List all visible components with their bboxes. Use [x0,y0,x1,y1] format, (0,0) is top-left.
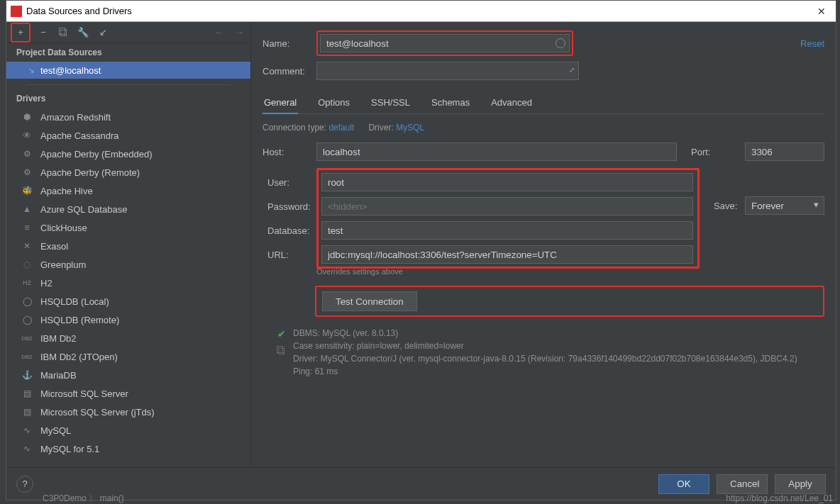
revert-button[interactable]: ↙ [96,26,110,40]
driver-item[interactable]: ▤Microsoft SQL Server (jTds) [6,403,250,421]
driver-item[interactable]: ◯HSQLDB (Remote) [6,310,250,329]
nav-back-button[interactable]: ← [212,26,226,40]
driver-item[interactable]: ⚓MariaDB [6,366,250,384]
settings-button[interactable]: 🔧 [76,26,90,40]
name-input[interactable] [320,34,570,52]
driver-item[interactable]: ◯HSQLDB (Local) [6,292,250,310]
breadcrumb: C3P0Demo 〉 main() [43,493,124,504]
driver-icon: ▲ [21,204,33,214]
sidebar-divider [26,84,231,85]
driver-icon: H2 [21,279,33,286]
close-icon[interactable]: ✕ [812,1,831,21]
test-connection-button[interactable]: Test Connection [322,291,417,311]
driver-item[interactable]: ⚙Apache Derby (Remote) [6,163,250,181]
expand-icon[interactable]: ⤢ [569,66,575,74]
clear-icon[interactable] [556,38,565,48]
port-input[interactable] [745,142,824,161]
drivers-header: Drivers [6,89,250,108]
remove-button[interactable]: − [36,26,50,40]
driver-label: Apache Derby (Remote) [40,167,140,178]
nav-forward-button[interactable]: → [232,26,246,40]
status-block: ✔ ⿻ DBMS: MySQL (ver. 8.0.13) Case sensi… [277,327,824,378]
driver-icon: ▤ [21,388,33,398]
comment-label: Comment: [262,66,316,77]
driver-item[interactable]: ∿MySQL for 5.1 [6,439,250,458]
driver-item[interactable]: 🐝Apache Hive [6,181,250,200]
driver-item[interactable]: ∿MySQL [6,421,250,439]
driver-item[interactable]: H2H2 [6,274,250,292]
driver-icon: ⬢ [21,112,33,122]
name-highlight [316,30,573,56]
conn-type-link[interactable]: default [328,123,354,133]
tab-general[interactable]: General [262,93,298,113]
window-title: Data Sources and Drivers [26,6,132,16]
driver-label: IBM Db2 (JTOpen) [40,352,118,362]
driver-item[interactable]: ≡ClickHouse [6,218,250,237]
comment-input[interactable] [316,62,579,80]
driver-label: Amazon Redshift [40,112,111,123]
conn-type-label: Connection type: [262,123,326,133]
sidebar: + − ⿻ 🔧 ↙ ← → Project Data Sources ↘ tes… [6,22,251,467]
database-input[interactable] [321,221,693,240]
datasource-label: test@localhost [40,65,101,76]
tab-sshssl[interactable]: SSH/SSL [370,93,411,113]
driver-label: HSQLDB (Remote) [40,315,119,325]
connection-type-line: Connection type: default Driver: MySQL [262,123,824,133]
user-input[interactable] [321,173,693,191]
driver-item[interactable]: ⚙Apache Derby (Embedded) [6,145,250,163]
tab-advanced[interactable]: Advanced [490,93,534,113]
driver-link[interactable]: MySQL [396,123,424,133]
overrides-hint: Overrides settings above [316,267,824,276]
tab-options[interactable]: Options [316,93,351,113]
driver-icon: DB2 [21,354,33,360]
save-select[interactable]: Forever [745,196,824,215]
driver-item[interactable]: ✕Exasol [6,237,250,255]
host-input[interactable] [316,142,677,161]
password-input[interactable] [321,197,693,215]
driver-item[interactable]: DB2IBM Db2 [6,329,250,347]
database-label: Database: [267,225,321,236]
reset-link[interactable]: Reset [800,38,824,49]
driver-label: Apache Cassandra [40,130,119,141]
dialog: Data Sources and Drivers ✕ + − ⿻ 🔧 ↙ ← →… [6,0,836,500]
password-label: Password: [267,201,321,212]
name-label: Name: [262,38,316,49]
driver-item[interactable]: ▤Microsoft SQL Server [6,384,250,403]
url-input[interactable] [321,245,693,264]
status-line: Driver: MySQL Connector/J (ver. mysql-co… [293,352,797,365]
cancel-button[interactable]: Cancel [717,474,768,494]
driver-label: Apache Hive [40,186,93,196]
driver-icon: ▤ [21,407,33,417]
ok-button[interactable]: OK [658,474,709,494]
driver-item[interactable]: 👁Apache Cassandra [6,126,250,145]
driver-icon: ◯ [21,296,33,306]
driver-label: MariaDB [40,370,77,381]
driver-item[interactable]: ◌Greenplum [6,255,250,274]
driver-icon: ∿ [21,444,33,454]
dialog-footer: ? OK Cancel Apply [6,467,836,500]
driver-item[interactable]: ⬢Amazon Redshift [6,108,250,126]
apply-button[interactable]: Apply [775,474,826,494]
driver-icon: ∿ [21,425,33,435]
project-data-sources-header: Project Data Sources [6,43,250,62]
driver-label: HSQLDB (Local) [40,296,109,307]
dialog-body: + − ⿻ 🔧 ↙ ← → Project Data Sources ↘ tes… [6,22,836,467]
driver-icon: ⚙ [21,167,33,177]
add-button-highlight: + [11,23,31,43]
tab-schemas[interactable]: Schemas [430,93,471,113]
driver-item[interactable]: DB2IBM Db2 (JTOpen) [6,347,250,366]
driver-item[interactable]: ▲Azure SQL Database [6,200,250,218]
drivers-list: ⬢Amazon Redshift 👁Apache Cassandra ⚙Apac… [6,108,250,467]
copy-icon[interactable]: ⿻ [277,345,286,356]
help-button[interactable]: ? [16,476,33,493]
status-line: Ping: 61 ms [293,365,797,378]
name-row: Name: Reset [262,30,824,56]
url-label: URL: [267,250,321,260]
datasource-item[interactable]: ↘ test@localhost [6,62,250,79]
copy-button[interactable]: ⿻ [56,26,70,40]
save-label: Save: [714,201,745,211]
main-panel: Name: Reset Comment: ⤢ General Op [251,22,836,467]
datasource-icon: ↘ [28,65,35,75]
add-button[interactable]: + [13,26,28,40]
driver-label: Microsoft SQL Server (jTds) [40,407,155,418]
